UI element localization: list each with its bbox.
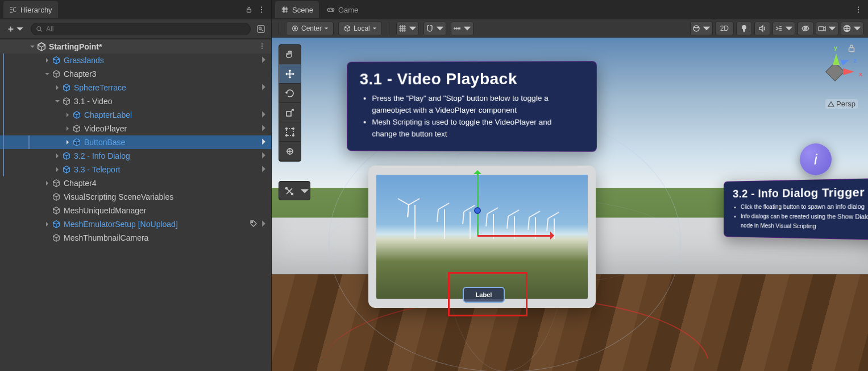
hierarchy-row[interactable]: 3.3 - Teleport xyxy=(0,163,271,176)
gamepad-icon xyxy=(327,6,335,14)
svg-rect-24 xyxy=(286,112,291,116)
search-by-type-button[interactable] xyxy=(254,22,268,36)
audio-toggle[interactable] xyxy=(754,22,770,35)
hierarchy-row[interactable]: SphereTerrace xyxy=(0,81,271,94)
svg-rect-0 xyxy=(247,9,251,12)
svg-point-26 xyxy=(286,127,288,129)
foldout-icon[interactable] xyxy=(53,152,61,160)
lighting-toggle[interactable] xyxy=(736,22,752,35)
custom-tool[interactable] xyxy=(279,182,300,200)
foldout-icon[interactable] xyxy=(53,84,61,92)
svg-rect-21 xyxy=(819,27,824,31)
hierarchy-item-label: ButtonBase xyxy=(84,138,260,147)
view-tool[interactable] xyxy=(279,45,301,64)
fx-toggle[interactable] xyxy=(773,22,795,35)
foldout-icon[interactable] xyxy=(53,166,61,174)
custom-tool-dropdown[interactable] xyxy=(300,182,310,200)
hierarchy-row[interactable]: ChapterLabel xyxy=(0,108,271,122)
move-tool[interactable] xyxy=(279,64,301,84)
pivot-mode-dropdown[interactable]: Center xyxy=(286,22,334,35)
hierarchy-row[interactable]: MeshEmulatorSetup [NoUpload] xyxy=(0,217,271,231)
caret-down-icon xyxy=(853,24,862,33)
gameobject-cube-icon xyxy=(61,96,72,106)
foldout-icon[interactable] xyxy=(64,125,72,133)
increment-snap-button[interactable] xyxy=(451,22,474,35)
foldout-icon[interactable] xyxy=(43,220,51,228)
hierarchy-row[interactable]: Chapter4 xyxy=(0,176,271,190)
gizmos-dropdown[interactable] xyxy=(841,22,863,35)
grid-visibility-button[interactable] xyxy=(396,22,419,35)
hierarchy-row[interactable]: VisualScripting SceneVariables xyxy=(0,190,271,204)
foldout-icon[interactable] xyxy=(43,70,51,78)
foldout-icon[interactable] xyxy=(64,111,72,119)
rotate-tool[interactable] xyxy=(279,84,301,103)
foldout-icon[interactable] xyxy=(43,179,51,187)
scene-tab[interactable]: Scene xyxy=(275,1,319,18)
snap-button[interactable] xyxy=(423,22,446,35)
hierarchy-search[interactable] xyxy=(31,23,251,35)
foldout-icon[interactable] xyxy=(53,97,61,105)
hidden-objects-toggle[interactable] xyxy=(798,22,813,35)
scene-menu-icon[interactable] xyxy=(256,42,268,51)
scene-grid-icon xyxy=(281,6,289,14)
open-prefab-icon[interactable] xyxy=(260,56,268,65)
open-prefab-icon[interactable] xyxy=(260,220,268,229)
foldout-icon[interactable] xyxy=(43,56,51,64)
svg-point-3 xyxy=(261,11,262,13)
svg-point-31 xyxy=(286,188,288,189)
scale-tool[interactable] xyxy=(279,103,301,122)
hierarchy-row[interactable]: VideoPlayer xyxy=(0,122,271,135)
hierarchy-item-label: SphereTerrace xyxy=(74,83,260,92)
panel-side-title: 3.2 - Info Dialog Trigger xyxy=(724,179,868,201)
orientation-gizmo[interactable]: y x z xyxy=(809,46,860,97)
open-prefab-icon[interactable] xyxy=(260,110,268,120)
2d-toggle[interactable]: 2D xyxy=(715,22,734,35)
panel-menu-icon[interactable] xyxy=(255,6,268,14)
caret-down-icon xyxy=(300,186,310,196)
game-tab[interactable]: Game xyxy=(321,1,364,18)
open-prefab-icon[interactable] xyxy=(260,151,268,161)
caret-down-icon xyxy=(372,26,377,31)
gizmo-globe-icon xyxy=(842,24,852,33)
camera-settings-button[interactable] xyxy=(816,22,838,35)
hierarchy-row[interactable]: MeshUniqueIdManager xyxy=(0,204,271,217)
open-prefab-icon[interactable] xyxy=(260,124,268,134)
caret-down-icon xyxy=(784,24,794,33)
hierarchy-tree[interactable]: StartingPoint* GrasslandsChapter3SphereT… xyxy=(0,39,271,371)
panel-main-bullets: Press the "Play" and "Stop" button below… xyxy=(347,90,596,151)
lock-icon[interactable] xyxy=(243,6,255,14)
open-prefab-icon[interactable] xyxy=(260,165,268,175)
hierarchy-item-label: ChapterLabel xyxy=(84,110,260,119)
foldout-icon[interactable] xyxy=(28,43,36,51)
hierarchy-row[interactable]: 3.2 - Info Dialog xyxy=(0,149,271,163)
hierarchy-row[interactable]: Grasslands xyxy=(0,53,271,67)
rect-tool[interactable] xyxy=(279,122,301,142)
draw-mode-dropdown[interactable] xyxy=(690,22,713,35)
svg-point-28 xyxy=(286,134,288,136)
eye-off-icon xyxy=(801,24,810,33)
hierarchy-row[interactable]: MeshThumbnailCamera xyxy=(0,231,271,245)
hierarchy-item-label: Chapter3 xyxy=(64,69,268,79)
scene-name: StartingPoint* xyxy=(49,42,256,51)
open-prefab-icon[interactable] xyxy=(260,138,268,147)
transform-tool[interactable] xyxy=(279,142,301,161)
hierarchy-search-input[interactable] xyxy=(46,25,246,33)
scene-row[interactable]: StartingPoint* xyxy=(0,40,271,53)
foldout-icon[interactable] xyxy=(64,138,72,146)
space-mode-dropdown[interactable]: Local xyxy=(338,22,382,35)
fx-icon xyxy=(774,24,783,33)
scene-viewport[interactable]: 3.1 - Video Playback Press the "Play" an… xyxy=(272,38,868,371)
hierarchy-row[interactable]: ButtonBase xyxy=(0,135,271,149)
svg-point-29 xyxy=(293,134,294,136)
hierarchy-row[interactable]: Chapter3 xyxy=(0,67,271,81)
hierarchy-tab[interactable]: Hierarchy xyxy=(3,1,58,18)
create-button[interactable] xyxy=(3,24,27,34)
scene-panel-menu-icon[interactable] xyxy=(852,6,865,14)
panel-side-bullets: Click the floating button to spawn an in… xyxy=(724,200,868,240)
rotate-icon xyxy=(285,88,295,98)
button-base-object[interactable]: Label xyxy=(463,287,505,303)
info-button-3d[interactable]: i xyxy=(800,143,832,175)
hierarchy-row[interactable]: 3.1 - Video xyxy=(0,94,271,108)
open-prefab-icon[interactable] xyxy=(260,83,268,93)
projection-label-row[interactable]: Persp xyxy=(825,99,858,109)
